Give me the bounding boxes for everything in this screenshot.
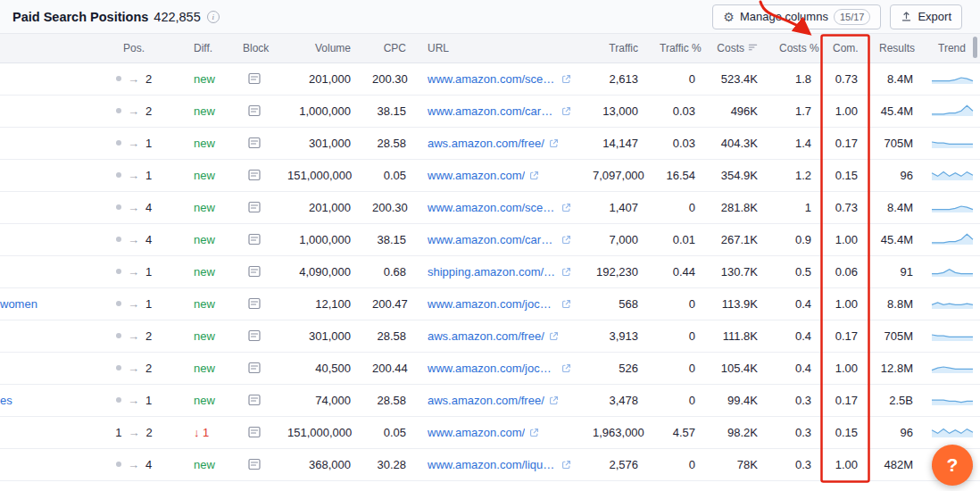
external-link-icon[interactable]	[561, 267, 571, 277]
diff-value: new	[194, 394, 215, 407]
diff-cell: new	[183, 255, 232, 287]
external-link-icon[interactable]	[561, 235, 571, 245]
column-header-traffic-pct[interactable]: Traffic %	[649, 34, 706, 62]
block-cell	[232, 127, 277, 159]
url-link[interactable]: www.amazon.com/scentsy/s?k=sce…	[428, 201, 557, 214]
ad-copy-icon[interactable]	[247, 104, 262, 118]
block-cell	[232, 159, 277, 191]
costs-cell: 496K	[706, 95, 768, 127]
external-link-icon[interactable]	[561, 106, 571, 116]
external-link-icon[interactable]	[561, 203, 571, 212]
ad-copy-icon[interactable]	[247, 168, 262, 182]
ad-copy-icon[interactable]	[247, 136, 262, 150]
help-button[interactable]: ?	[932, 445, 973, 486]
trend-sparkline	[931, 231, 974, 246]
external-link-icon[interactable]	[561, 299, 571, 309]
column-header-block[interactable]: Block	[232, 34, 277, 62]
results-cell: 705M	[868, 320, 924, 352]
manage-columns-button[interactable]: ⚙ Manage columns 15/17	[712, 4, 881, 29]
results-cell: 45.4M	[868, 95, 924, 127]
ad-copy-icon[interactable]	[247, 296, 262, 311]
column-header-cpc[interactable]: CPC	[361, 34, 417, 62]
column-header-volume[interactable]: Volume	[277, 34, 361, 62]
diff-cell: new	[183, 287, 232, 320]
external-link-icon[interactable]	[561, 74, 571, 84]
vertical-scrollbar-thumb[interactable]	[973, 37, 977, 58]
external-link-icon[interactable]	[549, 138, 559, 148]
url-link[interactable]: aws.amazon.com/free/	[428, 137, 544, 150]
column-header-com[interactable]: Com.	[822, 34, 868, 62]
url-link[interactable]: www.amazon.com/carhartt-official…	[428, 233, 557, 246]
diff-cell: new	[183, 448, 232, 480]
url-link[interactable]: www.amazon.com/carhartt-official…	[428, 104, 557, 118]
ad-copy-icon[interactable]	[247, 329, 262, 343]
url-link[interactable]: aws.amazon.com/free/	[428, 329, 544, 343]
url-link[interactable]: www.amazon.com/scentsy/s?k=sce…	[428, 72, 557, 86]
column-header-diff[interactable]: Diff.	[183, 34, 232, 62]
traffic-cell: 1,407	[582, 191, 649, 223]
pos-current-number: 4	[145, 201, 152, 214]
diff-value: new	[194, 362, 215, 375]
url-link[interactable]: www.amazon.com/jockey-underwe…	[428, 362, 557, 375]
volume-cell: 201,000	[277, 191, 361, 223]
external-link-icon[interactable]	[549, 395, 559, 405]
keyword-link[interactable]: women	[0, 297, 37, 311]
url-cell: www.amazon.com/carhartt-official…	[417, 223, 582, 255]
ad-copy-icon[interactable]	[247, 200, 262, 214]
pos-origin-dot	[116, 140, 121, 146]
arrow-right-icon: →	[128, 201, 139, 214]
trend-cell	[924, 255, 980, 287]
ad-copy-icon[interactable]	[247, 232, 262, 246]
url-link[interactable]: www.amazon.com/liquid-iv/s?k=liq…	[428, 458, 557, 471]
block-cell	[232, 320, 277, 352]
column-header-costs[interactable]: Costs	[706, 34, 768, 62]
external-link-icon[interactable]	[561, 363, 571, 373]
position-cell: → 1	[85, 384, 183, 416]
ad-copy-icon[interactable]	[247, 393, 262, 407]
external-link-icon[interactable]	[549, 331, 559, 341]
ad-copy-icon[interactable]	[247, 71, 262, 86]
external-link-icon[interactable]	[529, 171, 539, 180]
keyword-cell	[0, 127, 85, 159]
external-link-icon[interactable]	[561, 460, 571, 470]
url-link[interactable]: www.amazon.com/jockey-underwe…	[428, 297, 557, 311]
trend-sparkline	[931, 295, 974, 310]
volume-cell: 1,000,000	[277, 95, 361, 127]
url-link[interactable]: aws.amazon.com/free/	[428, 394, 544, 407]
column-header-costs-pct[interactable]: Costs %	[768, 34, 822, 62]
sort-desc-icon[interactable]	[748, 42, 758, 54]
costs-cell: 98.2K	[706, 416, 768, 448]
diff-value: new	[194, 458, 215, 471]
ad-copy-icon[interactable]	[247, 361, 262, 375]
url-link[interactable]: shipping.amazon.com/los-angeles-…	[428, 265, 557, 279]
ad-copy-icon[interactable]	[247, 425, 262, 439]
column-header-keyword[interactable]	[0, 34, 85, 62]
url-link[interactable]: www.amazon.com/	[428, 426, 525, 439]
diff-value: ↓ 1	[194, 426, 209, 439]
info-icon[interactable]: i	[207, 11, 220, 23]
keyword-cell	[0, 352, 85, 384]
ad-copy-icon[interactable]	[247, 264, 262, 279]
traffic-cell: 2,613	[582, 62, 649, 95]
column-header-results[interactable]: Results	[868, 34, 924, 62]
cpc-cell: 28.58	[361, 320, 417, 352]
column-header-trend[interactable]: Trend	[924, 34, 980, 62]
diff-cell: new	[183, 320, 232, 352]
column-header-pos[interactable]: Pos.	[85, 34, 183, 62]
table-row: → 1 new 4,090,000 0.68 shipping.amazon.c…	[0, 255, 980, 287]
url-cell: www.amazon.com/jockey-underwe…	[417, 352, 582, 384]
column-header-traffic[interactable]: Traffic	[582, 34, 649, 62]
table-row: → 2 new 301,000 28.58 aws.amazon.com/fre…	[0, 320, 980, 352]
arrow-right-icon: →	[128, 265, 139, 279]
traffic-cell: 14,147	[582, 127, 649, 159]
keyword-link[interactable]: es	[0, 394, 12, 407]
traffic-pct-cell: 0	[649, 191, 706, 223]
column-header-url[interactable]: URL	[417, 34, 582, 62]
export-button[interactable]: Export	[890, 4, 962, 29]
ad-copy-icon[interactable]	[247, 457, 262, 471]
external-link-icon[interactable]	[529, 428, 539, 437]
trend-sparkline	[931, 328, 974, 342]
pos-origin-dot	[116, 172, 121, 178]
cpc-cell: 200.30	[361, 191, 417, 223]
url-link[interactable]: www.amazon.com/	[428, 169, 525, 182]
